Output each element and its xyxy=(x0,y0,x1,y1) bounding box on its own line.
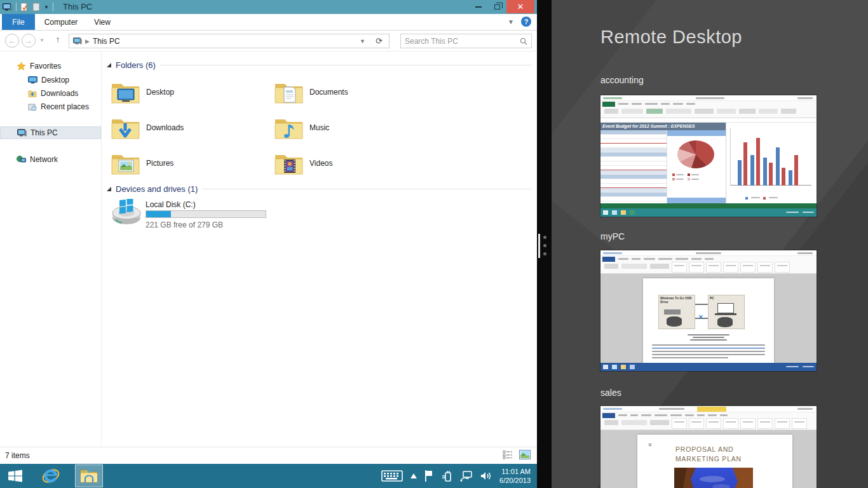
restore-button[interactable] xyxy=(488,0,506,13)
new-folder-icon[interactable] xyxy=(32,3,40,11)
folder-tile-downloads[interactable]: Downloads xyxy=(111,110,267,146)
properties-icon[interactable] xyxy=(20,3,29,11)
action-center-flag-icon[interactable] xyxy=(424,470,433,482)
remote-taskbar xyxy=(600,363,817,371)
drive-free-space: 221 GB free of 279 GB xyxy=(146,220,223,229)
search-icon[interactable] xyxy=(520,37,527,45)
clock-time: 11:01 AM xyxy=(499,467,531,476)
title-bar[interactable]: ▼ This PC ✕ xyxy=(0,0,537,14)
session-label-sales: sales xyxy=(600,388,621,398)
item-count: 7 items xyxy=(5,451,30,460)
recent-places-icon xyxy=(28,103,37,111)
diagram-usb-box: Windows To Go USB Drive xyxy=(658,295,695,329)
collapse-triangle-icon[interactable] xyxy=(107,63,111,67)
pictures-folder-icon xyxy=(111,151,140,176)
word-document-area: Windows To Go USB Drive PC ✕ xyxy=(600,274,817,363)
back-button[interactable]: ← xyxy=(5,34,19,48)
downloads-folder-icon xyxy=(111,115,140,140)
history-dropdown-icon[interactable]: ▼ xyxy=(39,37,44,43)
sidebar-item-recent-places[interactable]: Recent places xyxy=(28,100,89,113)
drive-usage-fill xyxy=(146,211,171,217)
minimize-ribbon-icon[interactable]: ▼ xyxy=(508,18,514,25)
drive-usage-bar xyxy=(146,210,266,218)
screen: ▼ This PC ✕ File Computer View ▼ ? ← → ▼… xyxy=(0,0,868,488)
sidebar-item-downloads[interactable]: Downloads xyxy=(28,87,78,100)
network-icon xyxy=(17,156,26,164)
sidebar-item-network[interactable]: Network xyxy=(17,153,58,166)
remote-taskbar xyxy=(600,208,817,217)
breadcrumb-chevron-icon[interactable]: ▶ xyxy=(85,38,90,44)
highlighted-tab xyxy=(697,407,726,412)
session-label-mypc: myPC xyxy=(600,231,625,241)
desktop-icon xyxy=(28,76,37,84)
ribbon-tabs: File Computer View ▼ ? xyxy=(0,14,537,30)
excel-doc-heading: Event Budget for 2012 Summit : EXPENSES xyxy=(600,123,726,130)
toolbar-separator xyxy=(16,3,17,11)
navigation-pane: Favorites Desktop Downloads Recent place… xyxy=(0,51,102,447)
volume-icon[interactable] xyxy=(480,471,492,481)
qat-dropdown-icon[interactable]: ▼ xyxy=(44,4,49,10)
network-icon[interactable] xyxy=(460,470,473,482)
address-bar[interactable]: ▶ This PC ▼ xyxy=(69,34,370,48)
drive-name: Local Disk (C:) xyxy=(146,200,196,209)
session-thumbnail-mypc[interactable]: Windows To Go USB Drive PC ✕ xyxy=(600,250,817,371)
music-folder-icon xyxy=(274,115,304,140)
group-header-folders[interactable]: Folders (6) xyxy=(107,60,531,70)
refresh-button[interactable]: ⟳ xyxy=(369,34,390,48)
snap-divider-handle[interactable] xyxy=(538,234,540,258)
toolbar-separator xyxy=(53,3,53,11)
minimize-button[interactable] xyxy=(470,0,487,13)
session-thumbnail-accounting[interactable]: Event Budget for 2012 Summit : EXPENSES xyxy=(600,95,817,217)
excel-formula-bar xyxy=(600,118,817,123)
address-dropdown-icon[interactable]: ▼ xyxy=(360,38,365,44)
start-button[interactable] xyxy=(1,464,29,487)
thumbnail-view-icon[interactable] xyxy=(519,450,531,459)
internet-explorer-icon xyxy=(41,466,60,485)
app-title: Remote Desktop xyxy=(600,27,742,48)
clock[interactable]: 11:01 AM 6/20/2013 xyxy=(499,467,531,485)
breadcrumb[interactable]: This PC xyxy=(93,37,120,46)
group-header-devices[interactable]: Devices and drives (1) xyxy=(107,184,531,194)
excel-bar-chart xyxy=(726,123,817,203)
word-ribbon xyxy=(600,412,817,430)
collapse-triangle-icon[interactable] xyxy=(107,187,111,191)
excel-file-tab xyxy=(602,102,615,107)
tab-computer[interactable]: Computer xyxy=(38,14,84,30)
excel-ribbon xyxy=(600,101,817,118)
snap-divider[interactable] xyxy=(537,0,552,488)
pie-chart xyxy=(677,140,714,168)
folder-tile-documents[interactable]: Documents xyxy=(274,74,430,110)
computer-icon[interactable] xyxy=(3,3,12,11)
close-button[interactable]: ✕ xyxy=(506,0,534,13)
word-titlebar xyxy=(600,406,817,412)
remote-desktop-panel: Remote Desktop accounting Event Budget f… xyxy=(552,0,868,488)
folder-tile-desktop[interactable]: Desktop xyxy=(111,74,267,110)
power-icon[interactable] xyxy=(441,470,452,482)
search-box[interactable] xyxy=(400,34,532,48)
tab-file[interactable]: File xyxy=(2,14,35,30)
session-thumbnail-sales[interactable]: PROPOSAL AND MARKETING PLAN xyxy=(600,406,817,488)
details-view-icon[interactable] xyxy=(503,450,513,459)
folder-tile-videos[interactable]: Videos xyxy=(274,146,430,181)
touch-keyboard-icon[interactable] xyxy=(381,470,403,482)
excel-table xyxy=(600,130,667,203)
folder-tile-pictures[interactable]: Pictures xyxy=(111,146,267,181)
help-icon[interactable]: ? xyxy=(521,17,531,27)
forward-button[interactable]: → xyxy=(22,34,36,48)
desktop-folder-icon xyxy=(111,79,140,105)
window-title: This PC xyxy=(63,2,92,11)
downloads-icon xyxy=(28,90,37,98)
sidebar-item-this-pc[interactable]: This PC xyxy=(0,126,101,139)
internet-explorer-button[interactable] xyxy=(37,464,65,487)
system-tray: 11:01 AM 6/20/2013 xyxy=(381,464,537,488)
tab-view[interactable]: View xyxy=(87,14,118,30)
show-hidden-icons-icon[interactable] xyxy=(410,473,417,478)
file-explorer-taskbar-button[interactable] xyxy=(75,464,103,487)
address-toolbar: ← → ▼ ↑ ▶ This PC ▼ ⟳ xyxy=(0,30,537,51)
videos-folder-icon xyxy=(274,151,304,176)
sidebar-item-favorites[interactable]: Favorites xyxy=(17,60,61,72)
up-button[interactable]: ↑ xyxy=(51,34,65,47)
folder-tile-music[interactable]: Music xyxy=(274,110,430,146)
search-input[interactable] xyxy=(401,37,520,46)
sidebar-item-desktop[interactable]: Desktop xyxy=(28,74,69,86)
